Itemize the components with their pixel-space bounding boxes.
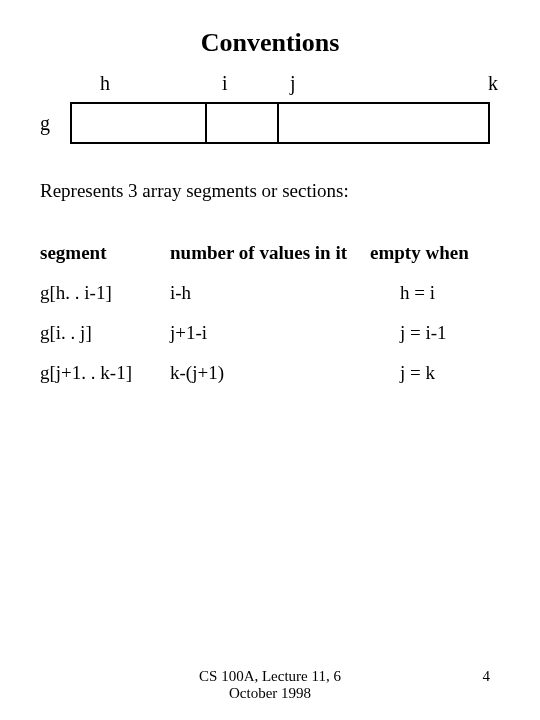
array-cell <box>207 104 279 142</box>
page-title: Conventions <box>40 28 500 58</box>
index-j: j <box>290 72 296 95</box>
table-row: g[h. . i-1] i-h h = i <box>40 282 500 304</box>
cell-segment: g[j+1. . k-1] <box>40 362 170 384</box>
table-row: g[j+1. . k-1] k-(j+1) j = k <box>40 362 500 384</box>
cell-number: j+1-i <box>170 322 370 344</box>
cell-empty: j = i-1 <box>370 322 500 344</box>
header-segment: segment <box>40 242 170 264</box>
array-name-g: g <box>40 112 50 135</box>
cell-number: i-h <box>170 282 370 304</box>
index-h: h <box>100 72 110 95</box>
header-number: number of values in it <box>170 242 370 264</box>
cell-number: k-(j+1) <box>170 362 370 384</box>
table-row: g[i. . j] j+1-i j = i-1 <box>40 322 500 344</box>
cell-segment: g[i. . j] <box>40 322 170 344</box>
footer-course: CS 100A, Lecture 11, 6 October 1998 <box>180 668 360 702</box>
cell-empty: j = k <box>370 362 500 384</box>
array-diagram: h i j k g <box>40 72 500 152</box>
array-cell <box>72 104 207 142</box>
footer-page-number: 4 <box>483 668 491 685</box>
cell-segment: g[h. . i-1] <box>40 282 170 304</box>
table-header: segment number of values in it empty whe… <box>40 242 500 264</box>
intro-text: Represents 3 array segments or sections: <box>40 180 500 202</box>
index-i: i <box>222 72 228 95</box>
array-box <box>70 102 490 144</box>
header-empty: empty when <box>370 242 500 264</box>
footer: CS 100A, Lecture 11, 6 October 1998 4 <box>0 668 540 702</box>
segments-table: segment number of values in it empty whe… <box>40 242 500 384</box>
array-cell <box>279 104 488 142</box>
cell-empty: h = i <box>370 282 500 304</box>
index-k: k <box>488 72 498 95</box>
